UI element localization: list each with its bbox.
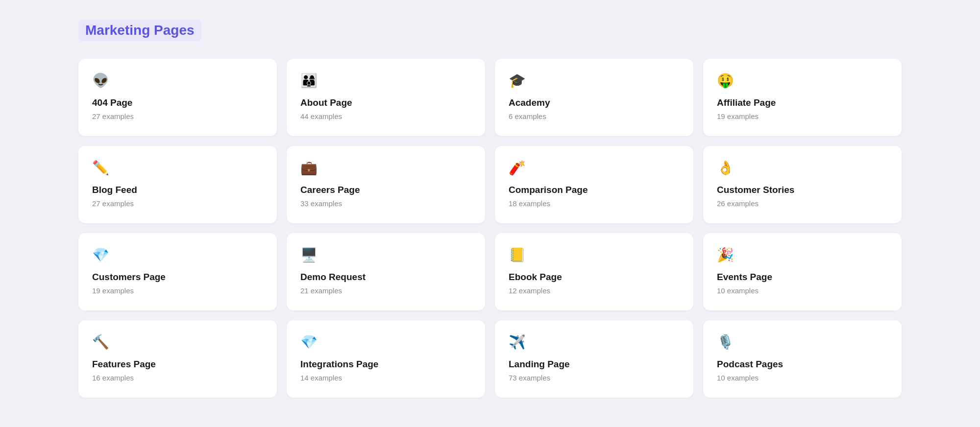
card-events-page[interactable]: 🎉Events Page10 examples xyxy=(703,233,902,310)
card-emoji-comparison-page: 🧨 xyxy=(509,160,680,176)
card-title-integrations-page: Integrations Page xyxy=(300,359,471,370)
cards-grid: 👽404 Page27 examples👨‍👩‍👦About Page44 ex… xyxy=(78,59,902,398)
card-podcast-pages[interactable]: 🎙️Podcast Pages10 examples xyxy=(703,320,902,398)
card-subtitle-customers-page: 19 examples xyxy=(92,286,263,295)
card-emoji-blog-feed: ✏️ xyxy=(92,160,263,176)
card-features-page[interactable]: 🔨Features Page16 examples xyxy=(78,320,277,398)
card-affiliate-page[interactable]: 🤑Affiliate Page19 examples xyxy=(703,59,902,136)
card-subtitle-podcast-pages: 10 examples xyxy=(717,374,888,382)
card-emoji-features-page: 🔨 xyxy=(92,334,263,350)
card-subtitle-landing-page: 73 examples xyxy=(509,374,680,382)
card-customers-page[interactable]: 💎Customers Page19 examples xyxy=(78,233,277,310)
card-emoji-customers-page: 💎 xyxy=(92,247,263,263)
card-title-about-page: About Page xyxy=(300,97,471,108)
card-404-page[interactable]: 👽404 Page27 examples xyxy=(78,59,277,136)
card-title-careers-page: Careers Page xyxy=(300,185,471,195)
card-subtitle-demo-request: 21 examples xyxy=(300,286,471,295)
card-emoji-about-page: 👨‍👩‍👦 xyxy=(300,72,471,89)
card-emoji-podcast-pages: 🎙️ xyxy=(717,334,888,350)
card-title-ebook-page: Ebook Page xyxy=(509,272,680,283)
card-title-demo-request: Demo Request xyxy=(300,272,471,283)
card-emoji-404-page: 👽 xyxy=(92,72,263,89)
card-title-podcast-pages: Podcast Pages xyxy=(717,359,888,370)
card-title-academy: Academy xyxy=(509,97,680,108)
card-subtitle-404-page: 27 examples xyxy=(92,112,263,120)
card-subtitle-affiliate-page: 19 examples xyxy=(717,112,888,120)
card-landing-page[interactable]: ✈️Landing Page73 examples xyxy=(495,320,693,398)
card-blog-feed[interactable]: ✏️Blog Feed27 examples xyxy=(78,146,277,223)
card-comparison-page[interactable]: 🧨Comparison Page18 examples xyxy=(495,146,693,223)
card-emoji-careers-page: 💼 xyxy=(300,160,471,176)
card-subtitle-blog-feed: 27 examples xyxy=(92,199,263,208)
card-subtitle-integrations-page: 14 examples xyxy=(300,374,471,382)
card-title-customer-stories: Customer Stories xyxy=(717,185,888,195)
card-title-404-page: 404 Page xyxy=(92,97,263,108)
card-ebook-page[interactable]: 📒Ebook Page12 examples xyxy=(495,233,693,310)
card-title-events-page: Events Page xyxy=(717,272,888,283)
card-subtitle-academy: 6 examples xyxy=(509,112,680,120)
card-academy[interactable]: 🎓Academy6 examples xyxy=(495,59,693,136)
card-emoji-integrations-page: 💎 xyxy=(300,334,471,350)
card-subtitle-events-page: 10 examples xyxy=(717,286,888,295)
card-subtitle-about-page: 44 examples xyxy=(300,112,471,120)
page-title: Marketing Pages xyxy=(78,20,201,41)
card-title-customers-page: Customers Page xyxy=(92,272,263,283)
card-integrations-page[interactable]: 💎Integrations Page14 examples xyxy=(287,320,485,398)
card-careers-page[interactable]: 💼Careers Page33 examples xyxy=(287,146,485,223)
card-subtitle-customer-stories: 26 examples xyxy=(717,199,888,208)
card-customer-stories[interactable]: 👌Customer Stories26 examples xyxy=(703,146,902,223)
card-emoji-demo-request: 🖥️ xyxy=(300,247,471,263)
card-title-affiliate-page: Affiliate Page xyxy=(717,97,888,108)
card-about-page[interactable]: 👨‍👩‍👦About Page44 examples xyxy=(287,59,485,136)
card-title-comparison-page: Comparison Page xyxy=(509,185,680,195)
card-emoji-ebook-page: 📒 xyxy=(509,247,680,263)
card-subtitle-features-page: 16 examples xyxy=(92,374,263,382)
card-emoji-landing-page: ✈️ xyxy=(509,334,680,350)
card-title-landing-page: Landing Page xyxy=(509,359,680,370)
card-emoji-events-page: 🎉 xyxy=(717,247,888,263)
card-subtitle-careers-page: 33 examples xyxy=(300,199,471,208)
card-subtitle-comparison-page: 18 examples xyxy=(509,199,680,208)
card-title-blog-feed: Blog Feed xyxy=(92,185,263,195)
card-emoji-academy: 🎓 xyxy=(509,72,680,89)
card-demo-request[interactable]: 🖥️Demo Request21 examples xyxy=(287,233,485,310)
card-subtitle-ebook-page: 12 examples xyxy=(509,286,680,295)
card-emoji-affiliate-page: 🤑 xyxy=(717,72,888,89)
card-emoji-customer-stories: 👌 xyxy=(717,160,888,176)
card-title-features-page: Features Page xyxy=(92,359,263,370)
